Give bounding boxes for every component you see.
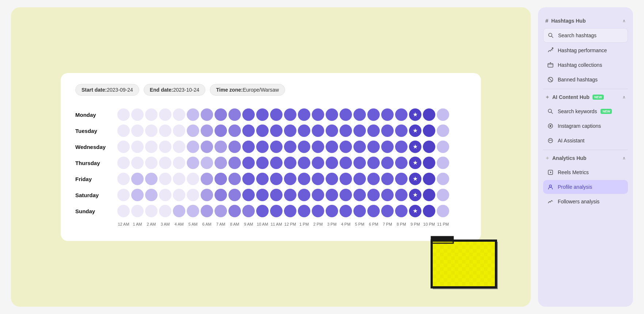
dot[interactable] xyxy=(117,173,130,185)
dot[interactable] xyxy=(284,157,296,169)
dot[interactable] xyxy=(312,189,324,201)
dot[interactable] xyxy=(409,141,421,153)
dot[interactable] xyxy=(117,189,130,201)
dot[interactable] xyxy=(215,125,227,137)
dot[interactable] xyxy=(201,141,213,153)
dot[interactable] xyxy=(187,108,199,121)
dot[interactable] xyxy=(409,108,421,121)
dot[interactable] xyxy=(270,205,283,217)
dot[interactable] xyxy=(228,125,241,137)
dot[interactable] xyxy=(437,141,449,153)
dot[interactable] xyxy=(423,108,435,121)
hashtags-hub-chevron[interactable]: ∧ xyxy=(622,18,626,23)
dot[interactable] xyxy=(256,141,269,153)
dot[interactable] xyxy=(187,141,199,153)
dot[interactable] xyxy=(437,125,449,137)
dot[interactable] xyxy=(312,141,324,153)
dot[interactable] xyxy=(270,157,283,169)
dot[interactable] xyxy=(228,205,241,217)
dot[interactable] xyxy=(131,205,144,217)
dot[interactable] xyxy=(409,205,421,217)
dot[interactable] xyxy=(256,108,269,121)
sidebar-item-followers-analysis[interactable]: Followers analysis xyxy=(543,195,628,208)
dot[interactable] xyxy=(270,141,283,153)
dot[interactable] xyxy=(437,189,449,201)
sidebar-item-reels-metrics[interactable]: Reels Metrics xyxy=(543,165,628,179)
dot[interactable] xyxy=(312,205,324,217)
dot[interactable] xyxy=(284,125,296,137)
dot[interactable] xyxy=(312,173,324,185)
dot[interactable] xyxy=(173,205,185,217)
dot[interactable] xyxy=(173,173,185,185)
dot[interactable] xyxy=(381,189,394,201)
dot[interactable] xyxy=(187,173,199,185)
analytics-hub-chevron[interactable]: ∧ xyxy=(622,156,626,161)
dot[interactable] xyxy=(298,108,310,121)
dot[interactable] xyxy=(228,189,241,201)
dot[interactable] xyxy=(381,108,394,121)
dot[interactable] xyxy=(409,157,421,169)
dot[interactable] xyxy=(409,173,421,185)
dot[interactable] xyxy=(340,125,352,137)
dot[interactable] xyxy=(228,173,241,185)
dot[interactable] xyxy=(187,157,199,169)
dot[interactable] xyxy=(367,205,380,217)
dot[interactable] xyxy=(131,125,144,137)
dot[interactable] xyxy=(173,125,185,137)
dot[interactable] xyxy=(145,189,158,201)
dot[interactable] xyxy=(228,141,241,153)
dot[interactable] xyxy=(242,125,255,137)
start-date-filter[interactable]: Start date:2023-09-24 xyxy=(75,84,139,96)
dot[interactable] xyxy=(367,157,380,169)
dot[interactable] xyxy=(381,173,394,185)
dot[interactable] xyxy=(215,141,227,153)
dot[interactable] xyxy=(312,108,324,121)
dot[interactable] xyxy=(284,173,296,185)
dot[interactable] xyxy=(298,189,310,201)
sidebar-item-banned-hashtags[interactable]: Banned hashtags xyxy=(543,73,628,87)
dot[interactable] xyxy=(284,141,296,153)
dot[interactable] xyxy=(326,125,338,137)
dot[interactable] xyxy=(117,108,130,121)
dot[interactable] xyxy=(145,157,158,169)
dot[interactable] xyxy=(201,205,213,217)
dot[interactable] xyxy=(145,108,158,121)
dot[interactable] xyxy=(353,108,366,121)
dot[interactable] xyxy=(340,189,352,201)
dot[interactable] xyxy=(173,157,185,169)
dot[interactable] xyxy=(270,108,283,121)
dot[interactable] xyxy=(187,205,199,217)
dot[interactable] xyxy=(256,125,269,137)
sidebar-item-search-keywords[interactable]: Search keywords NEW xyxy=(543,104,628,118)
dot[interactable] xyxy=(159,125,171,137)
dot[interactable] xyxy=(423,205,435,217)
dot[interactable] xyxy=(131,141,144,153)
dot[interactable] xyxy=(340,173,352,185)
dot[interactable] xyxy=(242,189,255,201)
dot[interactable] xyxy=(215,108,227,121)
dot[interactable] xyxy=(298,173,310,185)
dot[interactable] xyxy=(242,108,255,121)
dot[interactable] xyxy=(353,125,366,137)
dot[interactable] xyxy=(381,141,394,153)
dot[interactable] xyxy=(145,125,158,137)
dot[interactable] xyxy=(131,173,144,185)
dot[interactable] xyxy=(312,125,324,137)
dot[interactable] xyxy=(201,125,213,137)
dot[interactable] xyxy=(409,125,421,137)
dot[interactable] xyxy=(284,108,296,121)
dot[interactable] xyxy=(145,173,158,185)
dot[interactable] xyxy=(367,141,380,153)
dot[interactable] xyxy=(367,189,380,201)
dot[interactable] xyxy=(298,157,310,169)
dot[interactable] xyxy=(284,205,296,217)
dot[interactable] xyxy=(340,157,352,169)
dot[interactable] xyxy=(437,173,449,185)
dot[interactable] xyxy=(423,189,435,201)
ai-hub-chevron[interactable]: ∧ xyxy=(622,95,626,100)
dot[interactable] xyxy=(256,157,269,169)
dot[interactable] xyxy=(270,125,283,137)
dot[interactable] xyxy=(353,157,366,169)
dot[interactable] xyxy=(381,125,394,137)
dot[interactable] xyxy=(395,125,408,137)
